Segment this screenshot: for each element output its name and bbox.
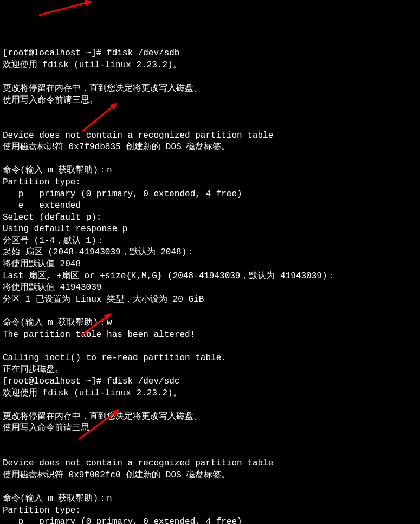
terminal-output: [root@localhost ~]# fdisk /dev/sdb欢迎使用 f… bbox=[3, 48, 417, 524]
terminal-line: 将使用默认值 2048 bbox=[3, 259, 417, 271]
terminal-line: 分区 1 已设置为 Linux 类型，大小设为 20 GiB bbox=[3, 294, 417, 306]
terminal-line: Last 扇区, +扇区 or +size{K,M,G} (2048-41943… bbox=[3, 271, 417, 283]
terminal-line: 将使用默认值 41943039 bbox=[3, 282, 417, 294]
terminal-line: p primary (0 primary, 0 extended, 4 free… bbox=[3, 516, 417, 524]
terminal-line: p primary (0 primary, 0 extended, 4 free… bbox=[3, 189, 417, 201]
terminal-line: 欢迎使用 fdisk (util-linux 2.23.2)。 bbox=[3, 60, 417, 72]
svg-marker-1 bbox=[85, 0, 92, 6]
terminal-line: Partition type: bbox=[3, 177, 417, 189]
terminal-line: Device does not contain a recognized par… bbox=[3, 130, 417, 142]
terminal-line: 欢迎使用 fdisk (util-linux 2.23.2)。 bbox=[3, 388, 417, 400]
terminal-line: 使用写入命令前请三思。 bbox=[3, 95, 417, 107]
terminal-line bbox=[3, 72, 417, 84]
terminal-line bbox=[3, 399, 417, 411]
terminal-line bbox=[3, 446, 417, 458]
terminal-line: Using default response p bbox=[3, 223, 417, 235]
terminal-line bbox=[3, 305, 417, 317]
terminal-line bbox=[3, 154, 417, 165]
terminal-line: [root@localhost ~]# fdisk /dev/sdb bbox=[3, 48, 417, 60]
terminal-line bbox=[3, 481, 417, 493]
terminal-line: 更改将停留在内存中，直到您决定将更改写入磁盘。 bbox=[3, 83, 417, 95]
terminal-line: 分区号 (1-4，默认 1)： bbox=[3, 235, 417, 247]
terminal-line bbox=[3, 434, 417, 446]
annotation-arrow-icon bbox=[33, 0, 99, 22]
terminal-line: [root@localhost ~]# fdisk /dev/sdc bbox=[3, 376, 417, 388]
terminal-line: 命令(输入 m 获取帮助)：n bbox=[3, 493, 417, 505]
terminal-line: 使用磁盘标识符 0x9f002fc0 创建新的 DOS 磁盘标签。 bbox=[3, 470, 417, 482]
terminal-line: 起始 扇区 (2048-41943039，默认为 2048)： bbox=[3, 247, 417, 259]
terminal-line: Partition type: bbox=[3, 505, 417, 517]
terminal-line: 使用磁盘标识符 0x7f9db835 创建新的 DOS 磁盘标签。 bbox=[3, 142, 417, 154]
terminal-line: The partition table has been altered! bbox=[3, 329, 417, 341]
terminal-line: 更改将停留在内存中，直到您决定将更改写入磁盘。 bbox=[3, 411, 417, 423]
terminal-line bbox=[3, 106, 417, 118]
terminal-line: 命令(输入 m 获取帮助)：w bbox=[3, 317, 417, 329]
terminal-line: 使用写入命令前请三思。 bbox=[3, 423, 417, 434]
terminal-line bbox=[3, 118, 417, 130]
svg-line-0 bbox=[39, 1, 92, 15]
terminal-line bbox=[3, 341, 417, 353]
terminal-line: e extended bbox=[3, 200, 417, 212]
terminal-line: 命令(输入 m 获取帮助)：n bbox=[3, 165, 417, 177]
terminal-line: Select (default p): bbox=[3, 212, 417, 224]
terminal-line: 正在同步磁盘。 bbox=[3, 364, 417, 376]
terminal-line: Calling ioctl() to re-read partition tab… bbox=[3, 353, 417, 365]
terminal-line: Device does not contain a recognized par… bbox=[3, 458, 417, 470]
